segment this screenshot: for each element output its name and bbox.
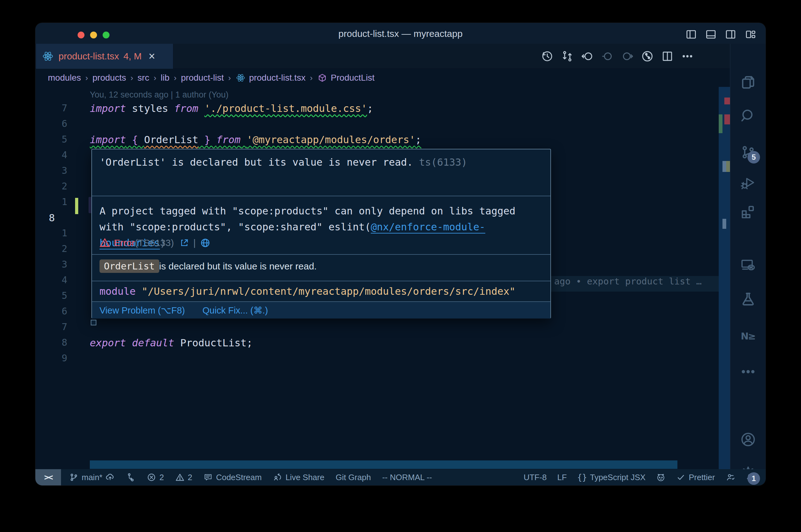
status-item-compare-commits[interactable] bbox=[126, 473, 135, 482]
line-number: 8 bbox=[35, 337, 67, 353]
github-icon bbox=[656, 473, 666, 482]
globe-icon[interactable] bbox=[200, 238, 210, 248]
activity-badge: 5 bbox=[747, 151, 760, 164]
hover-divider bbox=[92, 196, 550, 196]
eslint-rule-link[interactable]: @nx/enforce-module- bbox=[371, 221, 485, 233]
nx-console-icon[interactable]: N≥ bbox=[740, 328, 756, 344]
hover-divider bbox=[92, 254, 550, 255]
remote-explorer-icon[interactable] bbox=[740, 257, 756, 273]
status-item-lf[interactable]: LF bbox=[557, 473, 567, 482]
ruler-highlight-marker bbox=[726, 161, 730, 172]
view-problem-action[interactable]: View Problem (⌥F8) bbox=[99, 305, 185, 316]
run-debug-icon[interactable] bbox=[740, 174, 756, 191]
status-item-label: main* bbox=[82, 473, 102, 482]
status-item-label: CodeStream bbox=[216, 473, 261, 482]
account-icon[interactable] bbox=[740, 431, 756, 448]
line-number: 7 bbox=[35, 102, 67, 118]
status-item-label: TypeScript JSX bbox=[590, 473, 645, 482]
breadcrumb-item-ProductList[interactable]: ProductList bbox=[331, 73, 375, 83]
status-item-label: -- NORMAL -- bbox=[382, 473, 432, 482]
line-number: 6 bbox=[35, 118, 67, 134]
line-number: 6 bbox=[35, 306, 67, 321]
blame-codelens[interactable]: You, 12 seconds ago | 1 author (You) bbox=[90, 87, 229, 102]
breadcrumb-item-src[interactable]: src bbox=[138, 73, 149, 83]
test-beaker-icon[interactable] bbox=[740, 291, 756, 307]
status-bar: >< main*22CodeStreamLive ShareGit Graph-… bbox=[35, 469, 766, 486]
code-line-export-default: export default ProductList; bbox=[90, 337, 253, 353]
unused-import-identifier[interactable]: OrderList bbox=[144, 134, 198, 146]
line-number: 4 bbox=[35, 149, 67, 165]
toggle-secondary-sidebar-icon[interactable] bbox=[725, 29, 736, 40]
vertical-scrollbar[interactable] bbox=[719, 87, 730, 469]
git-branch-icon bbox=[69, 473, 78, 482]
status-item-person-check[interactable] bbox=[726, 473, 735, 482]
identifier: ProductList; bbox=[180, 337, 253, 349]
open-external-icon[interactable] bbox=[180, 238, 189, 248]
timeline-icon[interactable] bbox=[541, 50, 553, 62]
status-item-2[interactable]: 2 bbox=[175, 473, 192, 482]
remote-indicator[interactable]: >< bbox=[35, 469, 61, 486]
status-item-github[interactable] bbox=[656, 473, 666, 482]
breadcrumb-separator: › bbox=[310, 73, 313, 83]
status-item-typescript-jsx[interactable]: {}TypeScript JSX bbox=[577, 473, 645, 482]
next-change-icon[interactable] bbox=[621, 50, 634, 62]
line-number: 1 bbox=[35, 228, 67, 243]
ruler-error-marker bbox=[724, 114, 730, 125]
breadcrumb-item-product-list[interactable]: product-list bbox=[181, 73, 224, 83]
status-item-prettier[interactable]: Prettier bbox=[676, 473, 715, 482]
status-bar-right: UTF-8LF{}TypeScript JSXPrettier bbox=[524, 469, 755, 486]
more-actions-icon[interactable] bbox=[681, 50, 694, 62]
status-item-git-graph[interactable]: Git Graph bbox=[336, 473, 371, 482]
cloud-upload-icon bbox=[106, 473, 115, 482]
breadcrumb-item-modules[interactable]: modules bbox=[48, 73, 81, 83]
status-item-live-share[interactable]: Live Share bbox=[273, 473, 324, 482]
breadcrumb-separator: › bbox=[86, 73, 88, 83]
toggle-primary-sidebar-icon[interactable] bbox=[686, 29, 697, 40]
breadcrumb-item-products[interactable]: products bbox=[93, 73, 126, 83]
keyword: import bbox=[90, 134, 126, 146]
breadcrumb-item-lib[interactable]: lib bbox=[161, 73, 169, 83]
horizontal-scrollbar[interactable] bbox=[90, 460, 677, 469]
hover-divider bbox=[92, 281, 550, 281]
code-line-import-orderlist: import { OrderList } from '@myreactapp/m… bbox=[90, 134, 421, 149]
status-item-utf-8[interactable]: UTF-8 bbox=[524, 473, 547, 482]
customize-layout-icon[interactable] bbox=[745, 29, 756, 40]
compare-commits-icon bbox=[126, 473, 135, 482]
comment-bubble-icon bbox=[203, 473, 213, 482]
quick-fix-action[interactable]: Quick Fix... (⌘.) bbox=[202, 305, 268, 316]
status-item-codestream[interactable]: CodeStream bbox=[203, 473, 261, 482]
breadcrumb-item-product-list.tsx[interactable]: product-list.tsx bbox=[249, 73, 306, 83]
more-icon[interactable] bbox=[740, 363, 756, 380]
git-graph-icon[interactable] bbox=[641, 50, 654, 62]
status-item-label: LF bbox=[557, 473, 567, 482]
search-icon[interactable] bbox=[740, 107, 756, 124]
files-icon[interactable] bbox=[740, 74, 756, 91]
compare-changes-icon[interactable] bbox=[561, 50, 574, 62]
tab-problems-badge: 4, M bbox=[123, 51, 142, 61]
code-line-import-styles: import styles from './product-list.modul… bbox=[90, 102, 373, 118]
open-changes-icon[interactable] bbox=[581, 50, 594, 62]
status-item-2[interactable]: 2 bbox=[147, 473, 164, 482]
hover-resize-grip[interactable] bbox=[91, 320, 96, 325]
modified-line-indicator bbox=[75, 198, 78, 214]
hover-severity-row: Error (TS6133) | bbox=[99, 238, 210, 248]
keyword: from bbox=[217, 134, 241, 146]
status-item-label: UTF-8 bbox=[524, 473, 547, 482]
tab-product-list[interactable]: product-list.tsx 4, M × bbox=[36, 44, 174, 69]
line-number: 4 bbox=[35, 274, 67, 290]
previous-change-icon[interactable] bbox=[601, 50, 614, 62]
split-editor-icon[interactable] bbox=[661, 50, 674, 62]
status-item-label: Git Graph bbox=[336, 473, 371, 482]
keyword: export bbox=[90, 337, 126, 349]
hover-status-bar: View Problem (⌥F8) Quick Fix... (⌘.) bbox=[92, 301, 550, 319]
breadcrumb-separator: › bbox=[153, 73, 157, 83]
live-share-icon bbox=[273, 473, 282, 482]
line-number: 2 bbox=[35, 180, 67, 196]
tab-close-icon[interactable]: × bbox=[149, 51, 155, 62]
status-item-main-[interactable]: main* bbox=[69, 473, 115, 482]
extensions-icon[interactable] bbox=[740, 204, 756, 220]
toggle-panel-icon[interactable] bbox=[705, 29, 716, 40]
status-item--normal-[interactable]: -- NORMAL -- bbox=[382, 473, 432, 482]
hover-diagnostic-message: 'OrderList' is declared but its value is… bbox=[99, 156, 544, 168]
inline-blame-annotation: ago • export product list … bbox=[554, 276, 702, 292]
